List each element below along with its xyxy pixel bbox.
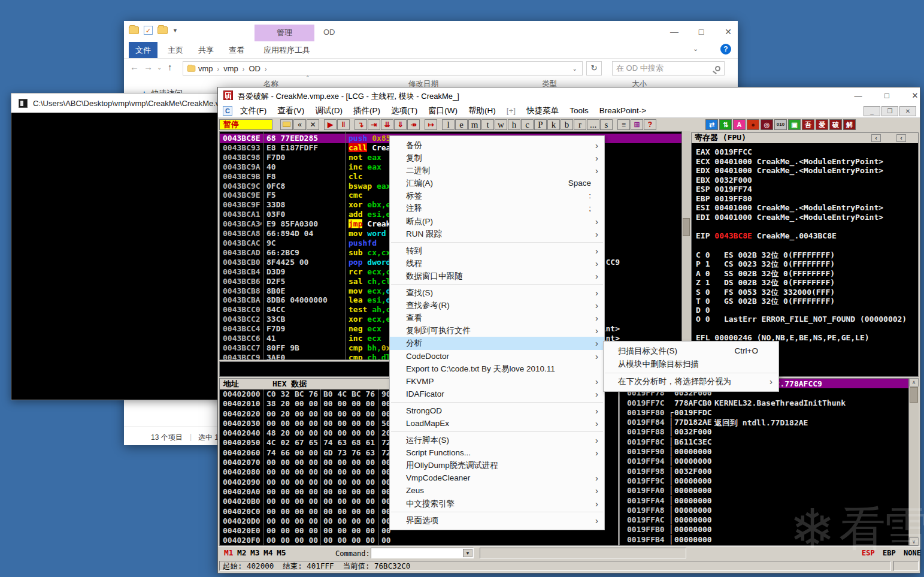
target-icon[interactable]: ◎ [761, 119, 773, 130]
stack-row[interactable]: 0019FF84│77D182AE返回到 ntdll.77D182AE [620, 418, 908, 427]
refresh-icon[interactable]: ↻ [586, 61, 602, 75]
disassembly-scrollbar[interactable] [682, 131, 690, 361]
tab-file[interactable]: 文件 [129, 42, 157, 58]
context-menu-item[interactable]: 复制到可执行文件› [390, 324, 604, 337]
context-menu-item[interactable]: LoadMapEx› [390, 417, 604, 430]
register-line[interactable]: ECX 00401000 CreakMe_.<ModuleEntryPoint> [696, 157, 918, 167]
view-P-button[interactable]: P [534, 119, 547, 130]
menu-p[interactable]: 插件(P) [348, 104, 386, 118]
stack-row[interactable]: 0019FF9C│00000000 [620, 476, 908, 486]
context-menu-item[interactable]: RUN 跟踪› [390, 228, 604, 240]
rewind-button[interactable]: « [293, 119, 306, 130]
stack-row[interactable]: 0019FF7C778AFCB0KERNEL32.BaseThreadInitT… [620, 398, 908, 408]
esp-flag-label[interactable]: ESP [862, 549, 875, 557]
view-dots-button[interactable]: ... [587, 119, 599, 130]
step-into-button[interactable]: ↴ [355, 119, 367, 130]
close-program-button[interactable]: ✕ [307, 119, 319, 130]
tab-view[interactable]: 查看 [222, 42, 251, 58]
tab-app-tools[interactable]: 应用程序工具 [257, 42, 316, 58]
child-minimize-button[interactable]: _ [864, 106, 880, 116]
context-menu-item[interactable]: Export to C:\code.txt By 天易love 2010.11 [390, 362, 604, 375]
step-over-button[interactable]: ⇥ [368, 119, 380, 130]
context-menu-item[interactable]: 分析› [390, 337, 604, 349]
view-c-button[interactable]: c [521, 119, 534, 130]
pause-button[interactable]: ‖ [337, 119, 350, 130]
brand-jie-icon[interactable]: 解 [843, 119, 856, 130]
context-menu-item[interactable]: CodeDoctor› [390, 350, 604, 362]
child-restore-button[interactable]: ❐ [881, 106, 898, 116]
context-menu-item[interactable]: VmpCodeCleaner› [390, 472, 604, 484]
view-k-button[interactable]: k [547, 119, 560, 130]
stack-row[interactable]: 0019FF94│00000000 [620, 457, 908, 466]
breadcrumb-item[interactable]: vmp [196, 64, 215, 73]
command-input[interactable]: ▼ [371, 548, 474, 558]
stack-row[interactable]: 0019FFB0│00000000 [620, 525, 908, 534]
stack-scrollbar[interactable]: ∧ ∨ [909, 378, 919, 546]
register-line[interactable]: P 1 CS 0023 32位 0(FFFFFFFF) [696, 259, 918, 268]
ebp-flag-label[interactable]: EBP [883, 549, 896, 557]
forward-icon[interactable]: → [144, 62, 153, 72]
scroll-down-icon[interactable]: ∨ [909, 537, 919, 546]
register-line[interactable]: D 0 [696, 306, 918, 315]
explorer-close-button[interactable]: ✕ [719, 25, 738, 39]
brand-wu-icon[interactable]: 吾 [802, 119, 814, 130]
submenu-item[interactable]: 从模块中删除目标扫描 [604, 358, 778, 371]
menu-[interactable]: 快捷菜单 [521, 104, 564, 118]
minimize-button[interactable]: — [848, 89, 868, 102]
submenu-item[interactable]: 在下次分析时，将选择部分视为› [604, 375, 778, 388]
letter-a-icon[interactable]: A [733, 119, 746, 130]
run-button[interactable]: ▶ [324, 119, 337, 130]
stack-row[interactable]: 0019FFA8│00000000 [620, 506, 908, 515]
search-icon[interactable] [715, 66, 720, 71]
context-menu-item[interactable]: 汇编(A)Space [390, 177, 604, 189]
menu-d[interactable]: 调试(D) [310, 104, 348, 118]
memory-tab-m2[interactable]: M2 [237, 548, 247, 557]
register-line[interactable]: C 0 ES 002B 32位 0(FFFFFFFF) [696, 250, 918, 259]
context-menu-item[interactable]: 转到› [390, 244, 604, 257]
stack-row[interactable]: 0019FF80┌0019FFDC [620, 408, 908, 418]
breadcrumb-item[interactable]: OD [247, 64, 262, 73]
updown-arrows-icon[interactable]: ⇅ [719, 119, 732, 130]
ollydbg-window[interactable]: 吾爱破解 - CreakMe.vmp.exe - [LCG - 主线程, 模块 … [217, 87, 920, 573]
context-menu-item[interactable]: 用OllyDump脱壳调试进程 [390, 459, 604, 472]
context-menu-item[interactable]: 中文搜索引擎› [390, 497, 604, 510]
context-menu-item[interactable]: 二进制› [390, 164, 604, 177]
explorer-minimize-button[interactable]: — [665, 25, 684, 39]
stack-row[interactable]: 0019FFB4│00000000 [620, 535, 908, 545]
context-menu-item[interactable]: 复制› [390, 152, 604, 164]
windows-button[interactable]: ⊞ [631, 119, 643, 130]
search-input[interactable]: 在 OD 中搜索 [612, 61, 725, 75]
register-line[interactable]: Z 1 DS 002B 32位 0(FFFFFFFF) [696, 277, 918, 287]
context-menu-item[interactable]: 备份› [390, 139, 604, 152]
quick-access-toolbar[interactable]: ✓ ▼ [129, 26, 178, 35]
registers-pane[interactable]: 寄存器 (FPU) ‹ ‹ EAX 0019FFCCECX 00401000 C… [691, 132, 919, 377]
register-line[interactable]: EIP 0043BC8E CreakMe_.0043BC8E [696, 231, 918, 241]
help-icon[interactable]: ? [720, 44, 731, 55]
close-button[interactable]: ✕ [905, 89, 924, 102]
view-w-button[interactable]: w [495, 119, 507, 130]
register-line[interactable]: ESI 00401000 CreakMe_.<ModuleEntryPoint> [696, 203, 918, 213]
recent-locations-icon[interactable]: ⌄ [157, 64, 162, 71]
registers-next-icon[interactable]: ‹ [896, 134, 906, 142]
address-dropdown-icon[interactable]: ⌄ [572, 65, 582, 72]
run-to-return-button[interactable]: ↠ [407, 119, 420, 130]
register-line[interactable]: EAX 0019FFCC [696, 147, 918, 157]
view-h-button[interactable]: h [508, 119, 520, 130]
view-t-button[interactable]: t [481, 119, 494, 130]
menu-f[interactable]: 文件(F) [235, 104, 272, 118]
new-folder-icon[interactable] [157, 26, 168, 34]
brand-po-icon[interactable]: 破 [829, 119, 842, 130]
green-window-icon[interactable]: ▣ [788, 119, 801, 130]
maximize-button[interactable]: □ [877, 89, 897, 102]
view-e-button[interactable]: e [455, 119, 468, 130]
animate-into-button[interactable]: ⇊ [381, 119, 393, 130]
animate-over-button[interactable]: ⇓ [394, 119, 407, 130]
context-menu-item[interactable]: 数据窗口中跟随› [390, 270, 604, 282]
help-button[interactable]: ? [644, 119, 656, 130]
view-b-button[interactable]: b [561, 119, 573, 130]
scroll-up-icon[interactable]: ∧ [909, 378, 919, 386]
register-line[interactable]: ESP 0019FF74 [696, 185, 918, 194]
stack-row[interactable]: 0019FF88│0032F000 [620, 427, 908, 437]
menu-t[interactable]: 选项(T) [386, 104, 423, 118]
up-icon[interactable]: ↑ [168, 62, 172, 72]
